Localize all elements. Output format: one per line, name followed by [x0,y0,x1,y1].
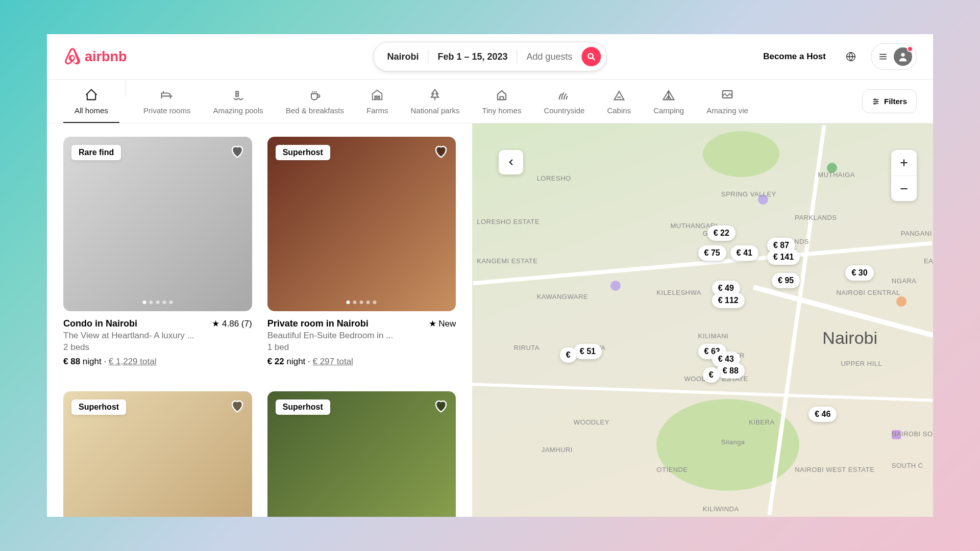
user-menu[interactable] [871,43,917,70]
listing-card[interactable]: SuperhostPrivate room in Nairobi★ NewBea… [267,137,456,367]
map-area-label: NAIROBI WEST ESTATE [795,466,874,473]
map-area-label: LORESHO ESTATE [477,218,540,226]
plus-icon [899,158,909,168]
listing-title: Private room in Nairobi [267,318,369,329]
tinyhouse-icon [495,88,509,102]
map-area-label: EAST [924,257,933,265]
category-camping[interactable]: Camping [642,80,695,123]
search-dates[interactable]: Feb 1 – 15, 2023 [428,52,517,62]
filters-icon [872,97,880,106]
listing-image[interactable]: Superhost [267,137,456,311]
map-collapse-button[interactable] [499,150,523,174]
map-price-pin[interactable]: € 41 [730,245,758,261]
chevron-left-icon [506,158,516,167]
map-area-label: NGARA [892,277,917,285]
logo[interactable]: airbnb [63,47,127,66]
category-countryside[interactable]: Countryside [532,80,596,123]
listings-grid[interactable]: Rare findCondo in Nairobi★ 4.86 (7)The V… [47,123,472,517]
category-all-homes[interactable]: All homes [63,80,119,123]
listing-card[interactable]: Superhost [63,391,252,517]
category-farms[interactable]: Farms [355,80,400,123]
zoom-out-button[interactable] [891,176,917,201]
airbnb-logo-icon [63,47,82,66]
listing-card[interactable]: Superhost [267,391,456,517]
svg-line-1 [593,58,595,60]
listing-price: € 22 night · € 297 total [267,357,456,367]
map-price-pin[interactable]: € 141 [767,249,800,265]
favorite-button[interactable] [433,144,449,161]
filters-label: Filters [884,97,907,106]
map[interactable]: Nairobi LORESHOMUTHAIGASPRING VALLEYPARK… [472,123,933,517]
category-label: Tiny homes [482,106,521,115]
map-area-label: SPRING VALLEY [721,190,776,198]
listing-badge: Superhost [276,145,330,160]
category-private-rooms[interactable]: Private rooms [132,80,202,123]
map-price-pin[interactable]: € 22 [707,226,736,241]
coffee-icon [308,88,322,102]
tree-icon [428,88,442,102]
favorite-button[interactable] [230,398,245,416]
map-price-pin[interactable]: € 112 [712,293,745,308]
listing-image[interactable]: Rare find [63,137,252,311]
zoom-in-button[interactable] [891,150,917,176]
map-area-label: KILELESHWA [656,289,701,296]
map-price-pin[interactable]: € [560,347,577,363]
person-icon [897,51,909,62]
listing-title: Condo in Nairobi [63,318,137,329]
map-price-pin[interactable]: € 30 [845,265,873,281]
category-cabins[interactable]: Cabins [596,80,642,123]
map-price-pin[interactable]: € 51 [574,344,602,359]
map-price-pin[interactable]: € [703,367,720,383]
map-city-label: Nairobi [822,328,877,348]
listing-image[interactable]: Superhost [267,391,456,517]
map-area-label: JAMHURI [542,446,573,454]
category-bed-breakfasts[interactable]: Bed & breakfasts [275,80,355,123]
frame-icon [720,88,734,102]
map-area-label: MUTHAIGA [818,171,855,179]
become-host-link[interactable]: Become a Host [758,46,831,67]
card-info: Private room in Nairobi★ NewBeautiful En… [267,311,456,367]
category-amazing-pools[interactable]: Amazing pools [202,80,274,123]
grass-icon [557,88,571,102]
search-location[interactable]: Nairobi [387,52,428,62]
category-tiny-homes[interactable]: Tiny homes [471,80,532,123]
category-label: All homes [75,106,108,115]
category-label: National parks [411,106,460,115]
bed-icon [160,88,174,102]
svg-point-12 [876,101,878,102]
map-area-label: NAIROBI SOUTH [892,430,933,438]
map-area-label: PANGANI [901,230,932,237]
favorite-button[interactable] [433,398,449,416]
carousel-dots [142,300,173,304]
map-price-pin[interactable]: € 75 [698,245,726,261]
map-area-label: PARKLANDS [795,214,837,221]
map-area-label: KANGEMI ESTATE [477,257,537,265]
map-price-pin[interactable]: € 46 [808,407,837,422]
category-label: Amazing vie [706,106,748,115]
divider [126,80,126,97]
listing-image[interactable]: Superhost [63,391,252,517]
favorite-button[interactable] [230,144,245,161]
listing-subtitle: The View at Heartland- A luxury ... [63,331,252,341]
listing-badge: Superhost [71,399,126,415]
category-bar: All homesPrivate roomsAmazing poolsBed &… [47,79,933,123]
listing-card[interactable]: Rare findCondo in Nairobi★ 4.86 (7)The V… [63,137,252,367]
category-label: Farms [366,106,388,115]
map-price-pin[interactable]: € 95 [772,273,800,288]
tent-icon [662,88,676,102]
category-amazing-vie[interactable]: Amazing vie [695,80,760,123]
search-guests[interactable]: Add guests [518,52,582,62]
listing-badge: Superhost [276,399,330,415]
map-price-pin[interactable]: € 88 [717,363,745,379]
filters-button[interactable]: Filters [862,89,917,113]
map-area-label: KILIWINDA [703,505,739,513]
category-national-parks[interactable]: National parks [400,80,471,123]
map-area-label: RIRUTA [514,344,540,352]
map-area-label: OTIENDE [656,466,688,473]
house-icon [84,88,99,102]
search-button[interactable] [582,47,601,66]
svg-point-6 [901,53,904,57]
language-button[interactable] [840,46,862,67]
category-label: Amazing pools [213,106,263,115]
svg-point-13 [874,103,876,104]
